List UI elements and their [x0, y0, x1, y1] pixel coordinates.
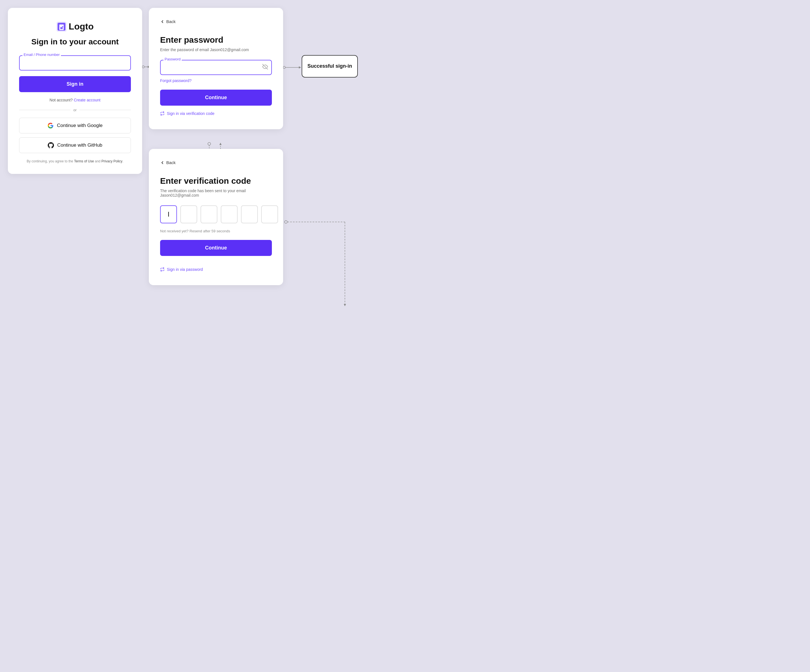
switch-to-code-label: Sign in via verification code — [167, 111, 214, 116]
code-input-4[interactable] — [221, 205, 238, 223]
password-continue-button[interactable]: Continue — [160, 89, 272, 106]
github-button-label: Continue with GitHub — [57, 142, 103, 148]
resend-text: Not received yet? Resend after 59 second… — [160, 229, 272, 233]
password-input[interactable] — [160, 60, 272, 75]
github-signin-button[interactable]: Continue with GitHub — [19, 137, 131, 153]
verification-subtitle: The verification code has been sent to y… — [160, 189, 272, 198]
forgot-password-link[interactable]: Forgot password? — [160, 78, 272, 83]
code-input-1[interactable] — [160, 205, 177, 223]
back-chevron-icon-2 — [160, 160, 165, 165]
google-signin-button[interactable]: Continue with Google — [19, 118, 131, 133]
password-subtitle: Enter the password of email Jason012@gma… — [160, 47, 272, 52]
switch-to-verification-link[interactable]: Sign in via verification code — [160, 111, 272, 116]
svg-point-4 — [62, 26, 63, 27]
signin-card: Logto Sign in to your account Email / Ph… — [8, 8, 142, 174]
signin-button[interactable]: Sign in — [19, 76, 131, 92]
google-icon — [47, 123, 54, 129]
code-input-2[interactable] — [180, 205, 197, 223]
svg-marker-21 — [344, 304, 346, 306]
code-inputs-group — [160, 205, 272, 223]
email-label: Email / Phone number — [22, 52, 61, 57]
verification-title: Enter verification code — [160, 176, 272, 186]
svg-point-5 — [142, 66, 144, 68]
signin-title: Sign in to your account — [19, 37, 131, 46]
password-card: Back Enter password Enter the password o… — [149, 8, 283, 129]
eye-icon[interactable] — [262, 64, 268, 71]
success-box: Successful sign-in — [302, 55, 358, 78]
arrow-password-to-success — [283, 64, 303, 71]
privacy-policy-link[interactable]: Privacy Policy — [101, 159, 122, 163]
terms-text: By continuing, you agree to the Terms of… — [19, 159, 131, 164]
no-account-text: Not account? Create account — [19, 98, 131, 102]
password-label: Password — [164, 57, 182, 61]
divider-label: or — [73, 108, 77, 112]
terms-of-use-link[interactable]: Terms of Use — [74, 159, 94, 163]
github-icon — [48, 142, 54, 149]
code-input-5[interactable] — [241, 205, 258, 223]
email-input-group: Email / Phone number — [19, 55, 131, 71]
password-title: Enter password — [160, 35, 272, 45]
verification-continue-button[interactable]: Continue — [160, 240, 272, 256]
svg-point-12 — [208, 142, 211, 145]
create-account-link[interactable]: Create account — [74, 98, 101, 102]
verification-back-link[interactable]: Back — [160, 160, 272, 165]
switch-to-password-label: Sign in via password — [167, 267, 203, 272]
svg-rect-3 — [61, 27, 62, 29]
google-button-label: Continue with Google — [57, 123, 103, 128]
switch-icon-2 — [160, 267, 165, 272]
email-input[interactable] — [19, 55, 131, 71]
code-input-3[interactable] — [201, 205, 218, 223]
password-input-group: Password — [160, 60, 272, 75]
logo-text: Logto — [69, 21, 94, 32]
svg-point-18 — [285, 221, 287, 223]
logto-logo-icon — [56, 22, 67, 32]
switch-icon — [160, 111, 165, 116]
verification-card: Back Enter verification code The verific… — [149, 149, 283, 285]
svg-marker-17 — [219, 143, 222, 145]
back-chevron-icon — [160, 19, 165, 24]
switch-to-password-link[interactable]: Sign in via password — [160, 267, 272, 272]
arrow-verification-to-success — [283, 219, 348, 315]
code-input-6[interactable] — [261, 205, 278, 223]
password-back-link[interactable]: Back — [160, 19, 272, 24]
success-text: Successful sign-in — [307, 63, 352, 69]
svg-point-9 — [283, 66, 285, 69]
svg-marker-11 — [299, 66, 301, 69]
logo-area: Logto — [19, 21, 131, 32]
divider: or — [19, 108, 131, 112]
